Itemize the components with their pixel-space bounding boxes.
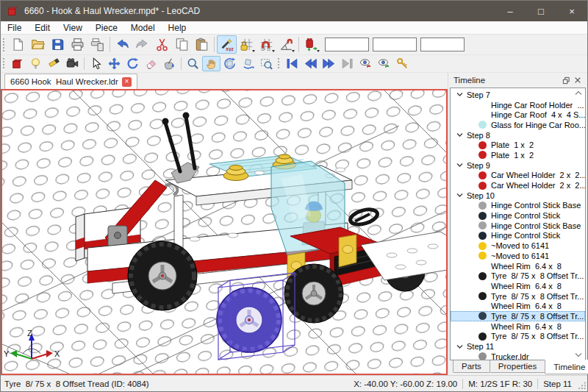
rotate-view-button[interactable] [220, 56, 239, 71]
timeline-part-row[interactable]: Hinge Control Stick Base [451, 201, 585, 211]
previous-step-button[interactable] [301, 56, 320, 71]
standard-toolbar [1, 35, 587, 55]
next-step-button[interactable] [320, 56, 338, 71]
hide-piece-button[interactable] [356, 56, 375, 71]
selected-wheel[interactable] [217, 288, 282, 352]
key-button[interactable] [393, 56, 412, 71]
zoom-region-button[interactable] [257, 56, 276, 71]
timeline-part-row[interactable]: ~Moved to 6141 [451, 240, 585, 251]
rotate-icon [126, 57, 139, 70]
toolbar-grip[interactable] [277, 57, 281, 69]
save-button[interactable] [48, 35, 68, 54]
snap-angle-button[interactable] [276, 35, 296, 54]
chevron-down-icon[interactable] [456, 91, 463, 98]
timeline-step-row[interactable]: Step 9 [451, 160, 585, 171]
print-preview-button[interactable] [87, 35, 107, 54]
timeline-step-row[interactable]: Step 10 [451, 190, 585, 201]
redo-button[interactable] [132, 35, 152, 54]
menu-view[interactable]: View [57, 21, 89, 34]
timeline-step-row[interactable]: Step 8 [451, 130, 585, 140]
undo-button[interactable] [112, 35, 132, 54]
timeline-part-row[interactable]: Plate 1 x 2 [451, 140, 585, 150]
transform-y-input[interactable] [373, 38, 417, 51]
timeline-part-row[interactable]: Tyre 8/ 75 x 8 Offset Tr... [451, 311, 585, 321]
camera-button[interactable] [63, 56, 82, 71]
panel-close-button[interactable] [572, 74, 584, 86]
chevron-down-icon[interactable] [456, 343, 463, 350]
menu-piece[interactable]: Piece [89, 21, 124, 34]
document-tab[interactable]: 6660 Hook Haul Wrecker.ldr × [4, 74, 137, 89]
rear-wheel[interactable] [128, 241, 197, 310]
panel-tab-properties[interactable]: Properties [490, 360, 545, 373]
scroll-down-icon[interactable] [575, 352, 582, 357]
timeline-part-row[interactable]: Tyre 8/ 75 x 8 Offset Tr... [451, 332, 585, 342]
timeline-part-row[interactable]: Plate 1 x 2 [451, 150, 585, 160]
toolbar-grip[interactable] [2, 57, 6, 69]
scroll-up-icon[interactable] [575, 90, 582, 96]
rotate-button[interactable] [123, 56, 142, 71]
timeline-part-row[interactable]: Car Wheel Holder 2 x 2... [451, 180, 585, 190]
new-button[interactable] [8, 35, 28, 54]
zoom-button[interactable] [184, 56, 202, 71]
menu-edit[interactable]: Edit [28, 21, 57, 34]
move-button[interactable] [105, 56, 123, 71]
timeline-part-row[interactable]: Wheel Rim 6.4 x 8 [451, 281, 585, 291]
light-button[interactable] [26, 56, 45, 71]
menu-model[interactable]: Model [124, 21, 162, 34]
timeline-part-row[interactable]: Wheel Rim 6.4 x 8 [451, 301, 585, 311]
pan-button[interactable] [202, 56, 220, 71]
chevron-down-icon[interactable] [456, 162, 463, 168]
timeline-step-row[interactable]: Step 11 [451, 341, 585, 352]
timeline-part-row[interactable]: Car Wheel Holder 2 x 2... [451, 171, 585, 181]
first-step-button[interactable] [283, 56, 301, 71]
tab-close-button[interactable]: × [122, 77, 132, 87]
transform-apply-button[interactable] [301, 35, 321, 54]
print-button[interactable] [68, 35, 87, 54]
paste-button[interactable] [192, 35, 212, 54]
minimize-button[interactable]: – [495, 1, 526, 21]
menu-help[interactable]: Help [162, 21, 193, 34]
paint-button[interactable] [160, 56, 179, 71]
timeline-part-row[interactable]: Hinge Control Stick [451, 231, 585, 241]
part-color-swatch [478, 282, 487, 290]
chevron-down-icon[interactable] [456, 132, 463, 138]
timeline-part-row[interactable]: Hinge Car Roof Holder ... [451, 100, 585, 110]
last-step-button[interactable] [338, 56, 356, 71]
resize-grip[interactable] [577, 376, 587, 391]
chevron-down-icon[interactable] [456, 192, 463, 199]
copy-button[interactable] [172, 35, 192, 54]
timeline-part-row[interactable]: ~Moved to 6141 [451, 251, 585, 261]
timeline-part-row[interactable]: Tyre 8/ 75 x 8 Offset Tr... [451, 291, 585, 302]
close-button[interactable]: × [556, 1, 587, 21]
timeline-part-row[interactable]: Wheel Rim 6.4 x 8 [451, 261, 585, 271]
timeline-tree[interactable]: Step 7Hinge Car Roof Holder ...Hinge Car… [450, 88, 586, 360]
timeline-part-row[interactable]: Hinge Control Stick [451, 210, 585, 221]
open-button[interactable] [28, 35, 48, 54]
document-tab-label: 6660 Hook Haul Wrecker.ldr [10, 77, 118, 86]
transform-x-input[interactable] [325, 38, 369, 51]
snap-move-button[interactable] [257, 35, 276, 54]
menu-file[interactable]: File [1, 21, 28, 34]
timeline-part-row[interactable]: Hinge Car Roof 4 x 4 S... [451, 110, 585, 120]
select-button[interactable] [87, 56, 105, 71]
snap-lock-button[interactable] [237, 35, 257, 54]
timeline-part-row[interactable]: Hinge Control Stick Base [451, 221, 585, 231]
panel-tab-parts[interactable]: Parts [453, 360, 490, 373]
viewport-3d[interactable]: Z X Y [1, 89, 448, 375]
cut-button[interactable] [152, 35, 172, 54]
spotlight-button[interactable] [45, 56, 63, 71]
maximize-button[interactable]: □ [526, 1, 556, 21]
delete-button[interactable] [142, 56, 160, 71]
timeline-part-row[interactable]: Wheel Rim 6.4 x 8 [451, 321, 585, 332]
roll-button[interactable] [239, 56, 257, 71]
toolbar-grip[interactable] [2, 38, 6, 51]
timeline-step-row[interactable]: Step 7 [451, 90, 585, 100]
timeline-part-row[interactable]: Tyre 8/ 75 x 8 Offset Tr... [451, 271, 585, 281]
timeline-part-row[interactable]: Glass for Hinge Car Roo... [451, 120, 585, 130]
show-piece-button[interactable] [375, 56, 393, 71]
insert-piece-button[interactable] [8, 56, 26, 71]
panel-float-button[interactable] [560, 74, 572, 86]
transform-z-input[interactable] [420, 38, 465, 51]
panel-tab-timeline[interactable]: Timeline [545, 360, 588, 374]
relative-transform-button[interactable] [217, 35, 237, 54]
